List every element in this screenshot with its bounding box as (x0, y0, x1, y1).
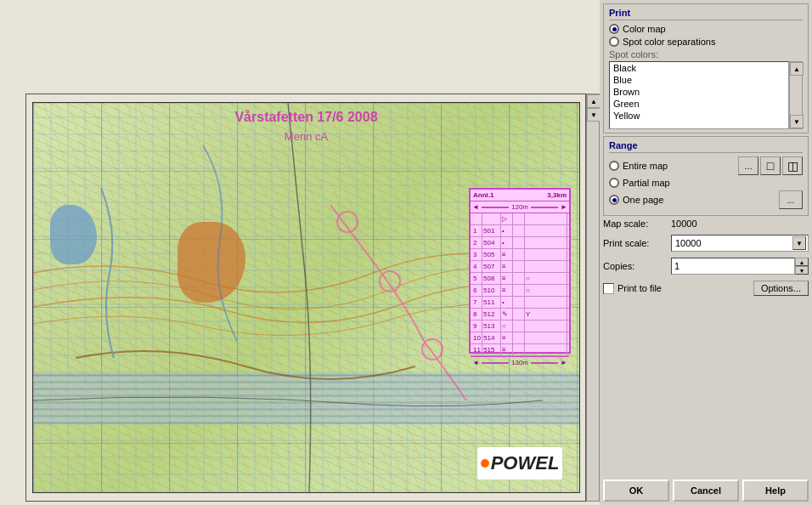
map-scrollbar[interactable]: ▲ ▼ (586, 94, 600, 502)
map-scale-value: 10000 (671, 218, 809, 229)
scale-bar-text: 120m (511, 203, 528, 211)
map-scale-row: Map scale: 10000 (603, 218, 809, 229)
spot-color-label: Spot color separations (623, 37, 715, 47)
spot-colors-container: Black Blue Brown Green Yellow ▲ ▼ (609, 61, 803, 129)
help-button[interactable]: Help (742, 479, 809, 502)
one-page-radio[interactable] (609, 195, 619, 205)
spot-colors-label: Spot colors: (609, 49, 803, 60)
color-map-label: Color map (623, 24, 666, 34)
table-row: ▷ (471, 213, 569, 225)
copies-row: Copies: 1 ▲ ▼ (603, 258, 809, 275)
print-scale-row: Print scale: 10000 ▼ (603, 235, 809, 252)
copies-input[interactable]: 1 (671, 258, 795, 275)
table-row: 1 501 • (471, 225, 569, 237)
bottom-buttons: OK Cancel Help (603, 476, 809, 502)
cancel-button[interactable]: Cancel (673, 479, 739, 502)
map-canvas: Vårstafetten 17/6 2008 Menn cA Anni.1 3,… (32, 102, 580, 493)
table-row: 7 511 • (471, 297, 569, 309)
scroll-up-icon[interactable]: ▲ (790, 62, 804, 76)
one-page-row[interactable]: One page ... (609, 190, 803, 209)
range-btn-1[interactable]: … (738, 156, 758, 175)
print-scale-select[interactable]: 10000 ▼ (671, 235, 809, 252)
copies-spin-buttons: ▲ ▼ (795, 258, 809, 275)
one-page-label: One page (623, 195, 663, 205)
course-scale-bar: ◄ 120m ► (471, 201, 569, 213)
course-card: Anni.1 3,3km ◄ 120m ► ▷ 1 501 • (469, 188, 571, 354)
scroll-up-arrow[interactable]: ▲ (587, 94, 600, 108)
range-group-title: Range (609, 140, 803, 153)
print-scale-value: 10000 (675, 238, 702, 248)
course-length: 3,3km (547, 191, 567, 199)
print-group: Print Color map Spot color separations S… (603, 3, 809, 133)
map-subtitle: Menn cA (285, 130, 328, 143)
table-row: 11 515 ≡ (471, 344, 569, 356)
powel-logo: POWEL (477, 447, 562, 479)
list-item[interactable]: Brown (610, 86, 788, 98)
copies-spinbox[interactable]: 1 ▲ ▼ (671, 258, 809, 275)
range-btn-2[interactable]: □ (760, 156, 781, 175)
map-scale-label: Map scale: (603, 218, 671, 229)
table-row: 6 510 ≡ ○ (471, 285, 569, 297)
color-map-radio[interactable] (609, 24, 619, 34)
print-scale-dropdown-arrow[interactable]: ▼ (792, 236, 806, 250)
color-map-row[interactable]: Color map (609, 24, 803, 34)
copies-decrement-btn[interactable]: ▼ (795, 266, 809, 275)
list-item[interactable]: Green (610, 98, 788, 110)
partial-map-radio[interactable] (609, 178, 619, 188)
course-footer: ◄ 130m ► (471, 356, 569, 368)
ok-button[interactable]: OK (603, 479, 669, 502)
one-page-browse-btn[interactable]: ... (779, 190, 803, 209)
list-item[interactable]: Yellow (610, 110, 788, 122)
print-group-title: Print (609, 8, 803, 20)
marsh-area (33, 373, 579, 424)
print-to-file-row: Print to file Options... (603, 281, 809, 296)
range-buttons-entire: … □ ◫ (738, 156, 803, 175)
copies-value: 1 (674, 261, 679, 271)
scroll-down-icon[interactable]: ▼ (790, 115, 804, 128)
print-to-file-checkbox[interactable] (603, 283, 614, 294)
partial-map-label: Partial map (623, 178, 670, 188)
partial-map-row[interactable]: Partial map (609, 178, 803, 188)
range-btn-3[interactable]: ◫ (782, 156, 803, 175)
copies-label: Copies: (603, 261, 671, 271)
table-row: 3 505 ≡ (471, 249, 569, 261)
course-name: Anni.1 (473, 191, 493, 199)
print-scale-label: Print scale: (603, 238, 671, 248)
list-item[interactable]: Black (610, 62, 788, 74)
table-row: 10 514 ≡ (471, 332, 569, 344)
print-to-file-label: Print to file (617, 283, 662, 293)
spot-colors-listbox[interactable]: Black Blue Brown Green Yellow (609, 61, 789, 129)
scroll-down-arrow[interactable]: ▼ (587, 108, 600, 122)
right-panel: Print Color map Spot color separations S… (600, 0, 812, 505)
table-row: 2 504 • (471, 237, 569, 249)
table-row: 8 512 ✎ Y (471, 309, 569, 321)
entire-map-label: Entire map (623, 161, 668, 171)
spot-color-radio[interactable] (609, 37, 619, 47)
map-title: Vårstafetten 17/6 2008 (234, 110, 377, 125)
list-item[interactable]: Blue (610, 74, 788, 86)
course-card-header: Anni.1 3,3km (471, 190, 569, 201)
options-button[interactable]: Options... (753, 281, 809, 296)
listbox-scrollbar[interactable]: ▲ ▼ (789, 61, 803, 129)
table-row: 5 508 ≡ ○ (471, 273, 569, 285)
scale-bar-bottom: 130m (511, 359, 528, 366)
spot-color-row[interactable]: Spot color separations (609, 37, 803, 47)
map-area: Vårstafetten 17/6 2008 Menn cA Anni.1 3,… (0, 0, 600, 505)
table-row: 9 513 ○ (471, 321, 569, 332)
range-group: Range Entire map … □ ◫ Partial map One p… (603, 136, 809, 216)
table-row: 4 507 ≡ (471, 261, 569, 273)
powel-dot (481, 459, 489, 468)
copies-increment-btn[interactable]: ▲ (795, 258, 809, 266)
powel-text: POWEL (491, 452, 560, 474)
scroll-thumb (790, 76, 802, 115)
entire-map-radio[interactable] (609, 161, 619, 171)
entire-map-row[interactable]: Entire map … □ ◫ (609, 156, 803, 175)
